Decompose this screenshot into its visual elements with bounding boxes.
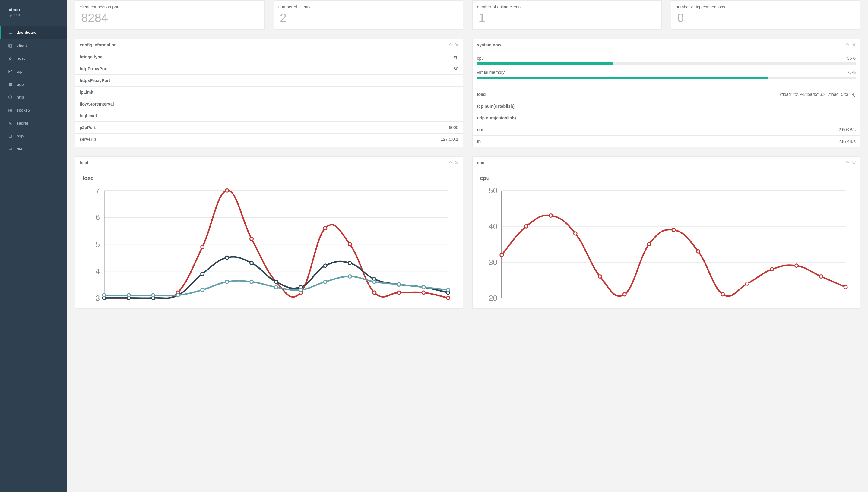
svg-point-48 bbox=[274, 280, 278, 284]
svg-point-82 bbox=[549, 214, 552, 217]
kv-key: httpProxyPort bbox=[80, 66, 108, 71]
stat-label: client connection port bbox=[75, 1, 264, 9]
svg-rect-8 bbox=[9, 85, 12, 85]
config-rows: bridge typetcphttpProxyPort80httpsProxyP… bbox=[75, 51, 463, 145]
stats-row: client connection port8284number of clie… bbox=[75, 0, 861, 29]
stat-value: 2 bbox=[274, 9, 463, 29]
collapse-icon[interactable] bbox=[449, 43, 452, 47]
svg-point-93 bbox=[819, 275, 822, 278]
sidebar-item-p2p[interactable]: p2p bbox=[0, 130, 67, 143]
panel-tools bbox=[846, 43, 855, 47]
sidebar-item-client[interactable]: client bbox=[0, 39, 67, 52]
sidebar-item-label: p2p bbox=[17, 134, 24, 139]
kv-value: tcp bbox=[453, 54, 458, 59]
forward-icon bbox=[7, 121, 13, 125]
collapse-icon[interactable] bbox=[846, 43, 849, 47]
svg-point-39 bbox=[422, 291, 425, 294]
sidebar-item-label: host bbox=[17, 56, 25, 60]
svg-point-66 bbox=[348, 275, 352, 278]
svg-point-31 bbox=[225, 189, 228, 192]
close-icon[interactable] bbox=[455, 43, 458, 47]
sidebar-nav: dashboardclienthosttcpudphttpsocks5secre… bbox=[0, 26, 67, 155]
bars-icon bbox=[7, 82, 13, 87]
cpu-progress-label: cpu bbox=[477, 56, 484, 60]
stat-card: client connection port8284 bbox=[75, 0, 265, 29]
cpu-progress-value: 36% bbox=[847, 56, 855, 60]
kv-row: load{"load1":2.94,"load5":3.21,"load15":… bbox=[473, 89, 861, 100]
sidebar-item-label: secret bbox=[17, 121, 28, 125]
panel-tools bbox=[846, 161, 855, 165]
panel-tools bbox=[449, 161, 458, 165]
config-information-panel: config information bridge typetcphttpPro… bbox=[75, 39, 463, 147]
laptop-icon bbox=[7, 147, 13, 151]
cpu-progress-fill bbox=[477, 63, 613, 65]
sidebar-item-dashboard[interactable]: dashboard bbox=[0, 26, 67, 39]
attach-icon bbox=[7, 56, 13, 60]
svg-point-69 bbox=[422, 286, 425, 289]
svg-text:6: 6 bbox=[96, 213, 100, 222]
close-icon[interactable] bbox=[455, 161, 458, 165]
chart-series-load5 bbox=[104, 257, 448, 298]
gauge-icon bbox=[7, 30, 13, 35]
sidebar-item-http[interactable]: http bbox=[0, 91, 67, 104]
sidebar-item-label: udp bbox=[17, 82, 24, 87]
sidebar-item-tcp[interactable]: tcp bbox=[0, 65, 67, 78]
stat-label: number of clients bbox=[274, 1, 463, 9]
kv-value: {"load1":2.94,"load5":3.21,"load15":3.14… bbox=[780, 92, 855, 97]
kv-key: tcp num(establish) bbox=[477, 104, 514, 108]
svg-text:30: 30 bbox=[488, 258, 497, 267]
sidebar-item-label: dashboard bbox=[17, 30, 37, 35]
load-chart-title: load bbox=[82, 175, 455, 181]
svg-point-58 bbox=[152, 294, 155, 297]
svg-text:5: 5 bbox=[96, 240, 100, 249]
copy-icon bbox=[7, 43, 13, 48]
close-icon[interactable] bbox=[852, 43, 855, 47]
svg-rect-3 bbox=[10, 45, 12, 47]
sidebar-item-secret[interactable]: secret bbox=[0, 117, 67, 130]
sidebar-item-host[interactable]: host bbox=[0, 52, 67, 65]
svg-point-67 bbox=[373, 280, 376, 284]
svg-point-83 bbox=[574, 232, 577, 235]
sidebar-item-udp[interactable]: udp bbox=[0, 78, 67, 91]
svg-point-94 bbox=[844, 286, 847, 289]
svg-text:4: 4 bbox=[96, 267, 100, 276]
svg-point-45 bbox=[201, 272, 204, 275]
sidebar-item-label: file bbox=[17, 147, 22, 151]
panel-title: load bbox=[80, 161, 88, 165]
svg-point-40 bbox=[447, 296, 450, 300]
square-icon bbox=[7, 134, 13, 139]
kv-key: udp num(establish) bbox=[477, 116, 516, 120]
stat-card: number of tcp connections0 bbox=[671, 0, 861, 29]
sidebar-item-socks5[interactable]: socks5 bbox=[0, 104, 67, 117]
kv-key: httpsProxyPort bbox=[80, 78, 110, 83]
svg-rect-12 bbox=[9, 135, 11, 138]
collapse-icon[interactable] bbox=[449, 161, 452, 165]
cpu-progress-block: cpu 36% bbox=[477, 56, 856, 65]
svg-text:3: 3 bbox=[96, 294, 100, 301]
cpu-chart-svg: 20304050 bbox=[480, 187, 853, 301]
svg-point-88 bbox=[696, 250, 700, 253]
system-now-rows: load{"load1":2.94,"load5":3.21,"load15":… bbox=[473, 89, 861, 147]
sidebar-item-file[interactable]: file bbox=[0, 143, 67, 155]
svg-point-89 bbox=[721, 293, 724, 296]
stat-value: 8284 bbox=[75, 9, 264, 29]
vmem-progress-value: 77% bbox=[847, 70, 855, 75]
svg-rect-6 bbox=[9, 83, 12, 84]
kv-row: serverIp127.0.0.1 bbox=[75, 133, 463, 145]
vmem-progress-bar bbox=[477, 77, 856, 79]
kv-key: flowStoreInterval bbox=[80, 102, 114, 106]
panel-header: cpu bbox=[473, 157, 861, 169]
close-icon[interactable] bbox=[852, 161, 855, 165]
kv-row: out2.60KB/s bbox=[473, 124, 861, 136]
svg-point-59 bbox=[176, 294, 179, 297]
collapse-icon[interactable] bbox=[846, 161, 849, 165]
kv-value: 80 bbox=[454, 66, 458, 71]
shield-icon bbox=[7, 95, 13, 99]
cpu-chart-title: cpu bbox=[480, 175, 853, 181]
svg-point-64 bbox=[299, 288, 303, 292]
vmem-progress-fill bbox=[477, 77, 769, 79]
svg-point-38 bbox=[397, 291, 401, 294]
stat-card: number of clients2 bbox=[273, 0, 463, 29]
system-now-panel: system now cpu 36% bbox=[472, 39, 861, 147]
kv-value: 6000 bbox=[449, 125, 458, 130]
